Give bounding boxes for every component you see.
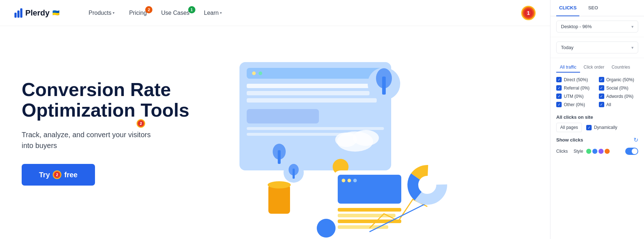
- right-panel: CLICKS SEO Desktop - 96% ▾ Today ▾ All t…: [550, 0, 644, 239]
- style-dot-blue: [592, 149, 597, 154]
- tree-leaves-3: [289, 164, 299, 175]
- device-select[interactable]: Desktop - 96% ▾: [556, 21, 638, 32]
- main-content: Plerdy 🇺🇦 Products ▾ Pricing 2 Use Cases…: [0, 0, 550, 239]
- all-clicks-section: All clicks on site All pages ✓ Dynamical…: [550, 112, 644, 134]
- clicks-toggle[interactable]: [625, 148, 638, 155]
- all-clicks-row: All pages ✓ Dynamically: [556, 123, 638, 132]
- style-dot-purple: [598, 149, 604, 154]
- illustration-svg: [218, 55, 449, 239]
- all-pages-button[interactable]: All pages: [556, 123, 582, 132]
- checkbox-other-box: ✓: [556, 102, 562, 107]
- cta-button[interactable]: Try 2 free: [22, 164, 95, 186]
- checkbox-all[interactable]: ✓ All: [599, 102, 639, 107]
- style-dot-green: [586, 149, 591, 154]
- tree-leaves-1: [376, 68, 392, 88]
- style-dots: [586, 149, 610, 154]
- hero-subtitle: Track, analyze, and convert your visitor…: [22, 129, 189, 151]
- logo-bar-3: [20, 8, 22, 18]
- nav-item-learn[interactable]: Learn ▾: [204, 10, 222, 16]
- nav-item-products[interactable]: Products ▾: [88, 10, 114, 16]
- cta-text-try: Try: [39, 171, 50, 179]
- clicks-style-row: Clicks Style: [550, 146, 644, 158]
- checkbox-social-box: ✓: [599, 85, 604, 91]
- dynamically-checkbox[interactable]: ✓: [586, 125, 592, 130]
- traffic-tab-all[interactable]: All traffic: [556, 62, 580, 73]
- device-select-section: Desktop - 96% ▾: [550, 16, 644, 37]
- checkbox-referral-label: Referral (0%): [564, 86, 589, 91]
- all-clicks-title: All clicks on site: [556, 114, 638, 120]
- checkbox-social-label: Social (0%): [606, 86, 628, 91]
- checkbox-social[interactable]: ✓ Social (0%): [599, 85, 639, 91]
- nav-right: 1: [521, 6, 536, 20]
- logo-area[interactable]: Plerdy 🇺🇦: [14, 8, 60, 18]
- checkbox-other-label: Other (0%): [564, 102, 585, 107]
- date-select[interactable]: Today ▾: [556, 42, 638, 53]
- checkbox-organic[interactable]: ✓ Organic (50%): [599, 77, 639, 82]
- checkbox-organic-label: Organic (50%): [606, 77, 634, 82]
- nav-label-pricing: Pricing: [129, 10, 147, 16]
- checkbox-referral[interactable]: ✓ Referral (0%): [556, 85, 596, 91]
- date-select-chevron: ▾: [631, 45, 634, 50]
- checkbox-adwords[interactable]: ✓ Adwords (0%): [599, 94, 639, 99]
- traffic-tab-countries[interactable]: Countries: [608, 62, 634, 73]
- style-dot-orange: [605, 149, 610, 154]
- checkbox-all-label: All: [606, 102, 611, 107]
- date-select-value: Today: [561, 45, 574, 50]
- panel-tabs: CLICKS SEO: [550, 0, 644, 16]
- checkboxes-grid: ✓ Direct (50%) ✓ Organic (50%) ✓ Referra…: [550, 73, 644, 112]
- show-clicks-row: Show clicks ↻: [550, 134, 644, 146]
- content-block: [247, 109, 319, 123]
- logo-bar-2: [17, 10, 20, 18]
- content-line-2: [247, 91, 369, 95]
- checkbox-utm-label: UTM (0%): [564, 94, 584, 99]
- nav-links: Products ▾ Pricing 2 Use Cases 1 Learn ▾: [88, 10, 222, 16]
- dynamically-label: Dynamically: [594, 125, 617, 130]
- dot-blue: [265, 71, 269, 75]
- checkbox-other[interactable]: ✓ Other (0%): [556, 102, 596, 107]
- content-line-3: [247, 98, 377, 103]
- pricing-badge: 2: [145, 6, 152, 13]
- mobile-dot-1: [342, 179, 345, 182]
- cta-text-free: free: [64, 171, 78, 179]
- checkbox-all-box: ✓: [599, 102, 604, 107]
- content-line-4: [247, 127, 384, 130]
- nav-item-pricing[interactable]: Pricing 2: [129, 10, 147, 16]
- date-select-section: Today ▾: [550, 37, 644, 58]
- logo-icon: [14, 8, 22, 18]
- ukraine-flag: 🇺🇦: [52, 9, 60, 16]
- nav-label-learn: Learn: [204, 10, 219, 16]
- style-label: Style: [574, 149, 583, 154]
- logo-text: Plerdy: [25, 8, 49, 18]
- device-select-chevron: ▾: [631, 24, 634, 29]
- hero-text: Conversion RateOptimization Tools Track,…: [22, 79, 189, 186]
- tab-clicks[interactable]: CLICKS: [556, 0, 579, 16]
- navbar: Plerdy 🇺🇦 Products ▾ Pricing 2 Use Cases…: [0, 0, 550, 26]
- mobile-bar-3: [338, 220, 401, 223]
- device-select-value: Desktop - 96%: [561, 24, 592, 29]
- checkbox-direct-label: Direct (50%): [564, 77, 588, 82]
- nav-label-usecases: Use Cases: [161, 10, 189, 16]
- checkbox-referral-box: ✓: [556, 85, 562, 91]
- tab-seo[interactable]: SEO: [585, 0, 601, 16]
- checkbox-utm-box: ✓: [556, 94, 562, 99]
- hotspot-indicator: 1: [521, 6, 536, 20]
- show-clicks-title: Show clicks: [556, 137, 583, 143]
- traffic-tab-clickorder[interactable]: Click order: [580, 62, 608, 73]
- dot-yellow: [252, 71, 256, 75]
- checkbox-direct[interactable]: ✓ Direct (50%): [556, 77, 596, 82]
- cta-badge: 2: [53, 170, 61, 179]
- dynamically-row: ✓ Dynamically: [586, 125, 617, 130]
- checkbox-utm[interactable]: ✓ UTM (0%): [556, 94, 596, 99]
- hero-hotspot-badge: 2: [137, 119, 145, 128]
- nav-label-products: Products: [88, 10, 111, 16]
- clicks-label: Clicks: [556, 149, 568, 154]
- hero-section: Conversion RateOptimization Tools Track,…: [0, 26, 550, 239]
- content-line-1: [247, 84, 384, 88]
- blue-sphere: [317, 219, 336, 238]
- hero-illustration: [218, 55, 449, 239]
- checkbox-adwords-box: ✓: [599, 94, 604, 99]
- nav-item-usecases[interactable]: Use Cases 1: [161, 10, 189, 16]
- mobile-dot-2: [347, 179, 351, 182]
- refresh-icon[interactable]: ↻: [634, 136, 638, 143]
- checkbox-direct-box: ✓: [556, 77, 562, 82]
